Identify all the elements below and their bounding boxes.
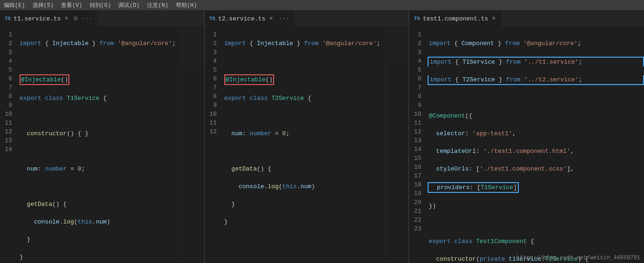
tab-t1-label: t1.service.ts <box>13 15 60 22</box>
watermark: https://blog.csdn.net/weixin_44050791 <box>517 255 640 261</box>
editor-container: TS t1.service.ts × ⊡ ··· 12345 678910 11… <box>0 10 644 263</box>
code-3[interactable]: import { Component } from '@angular/core… <box>427 26 644 263</box>
tab-t2-service[interactable]: TS t2.service.ts × ··· <box>205 10 294 26</box>
line-numbers-1: 12345 678910 11121314 <box>0 26 18 263</box>
minimap-1 <box>181 26 204 263</box>
ts-icon-2: TS <box>209 16 215 21</box>
line-numbers-3: 12345 678910 1112131415 1617181920 21222… <box>409 26 427 263</box>
panel-test1-component: TS test1.component.ts × 12345 678910 111… <box>409 10 644 263</box>
ts-icon-3: TS <box>414 16 420 21</box>
tab-bar-1: TS t1.service.ts × ⊡ ··· <box>0 10 204 26</box>
code-area-2: 12345 678910 1112 import { Injectable } … <box>205 26 409 263</box>
menu-bar: 编辑(E) 选择(S) 查看(V) 转到(G) 调试(D) 注意(N) 帮助(H… <box>0 0 644 10</box>
close-t2-tab[interactable]: × <box>268 14 274 23</box>
menu-edit[interactable]: 编辑(E) <box>4 1 25 9</box>
tab-test1-label: test1.component.ts <box>423 15 488 22</box>
menu-view[interactable]: 查看(V) <box>61 1 82 9</box>
menu-goto[interactable]: 转到(G) <box>90 1 111 9</box>
panel-t1-service: TS t1.service.ts × ⊡ ··· 12345 678910 11… <box>0 10 205 263</box>
code-2[interactable]: import { Injectable } from '@angular/cor… <box>222 26 386 263</box>
panel-t2-service: TS t2.service.ts × ··· 12345 678910 1112… <box>205 10 409 263</box>
menu-select[interactable]: 选择(S) <box>33 1 54 9</box>
tab-bar-2: TS t2.service.ts × ··· <box>205 10 409 26</box>
menu-help[interactable]: 帮助(H) <box>176 1 197 9</box>
tab-t2-label: t2.service.ts <box>218 15 265 22</box>
line-numbers-2: 12345 678910 1112 <box>205 26 222 263</box>
close-t1-tab[interactable]: × <box>64 14 69 23</box>
split-icon-1[interactable]: ⊡ <box>74 15 78 22</box>
tab-bar-3: TS test1.component.ts × <box>409 10 644 26</box>
minimap-2 <box>385 26 409 263</box>
code-area-1: 12345 678910 11121314 import { Injectabl… <box>0 26 204 263</box>
tab-t1-service[interactable]: TS t1.service.ts × ⊡ ··· <box>0 10 97 26</box>
ts-icon-1: TS <box>5 16 11 21</box>
tab-test1[interactable]: TS test1.component.ts × <box>409 10 501 26</box>
more-icon-1[interactable]: ··· <box>81 15 92 22</box>
code-1[interactable]: import { Injectable } from '@angular/cor… <box>18 26 181 263</box>
more-icon-2[interactable]: ··· <box>279 15 289 22</box>
app-container: 编辑(E) 选择(S) 查看(V) 转到(G) 调试(D) 注意(N) 帮助(H… <box>0 0 644 263</box>
close-test1-tab[interactable]: × <box>491 14 496 23</box>
menu-note[interactable]: 注意(N) <box>147 1 168 9</box>
code-area-3: 12345 678910 1112131415 1617181920 21222… <box>409 26 644 263</box>
menu-debug[interactable]: 调试(D) <box>118 1 140 9</box>
